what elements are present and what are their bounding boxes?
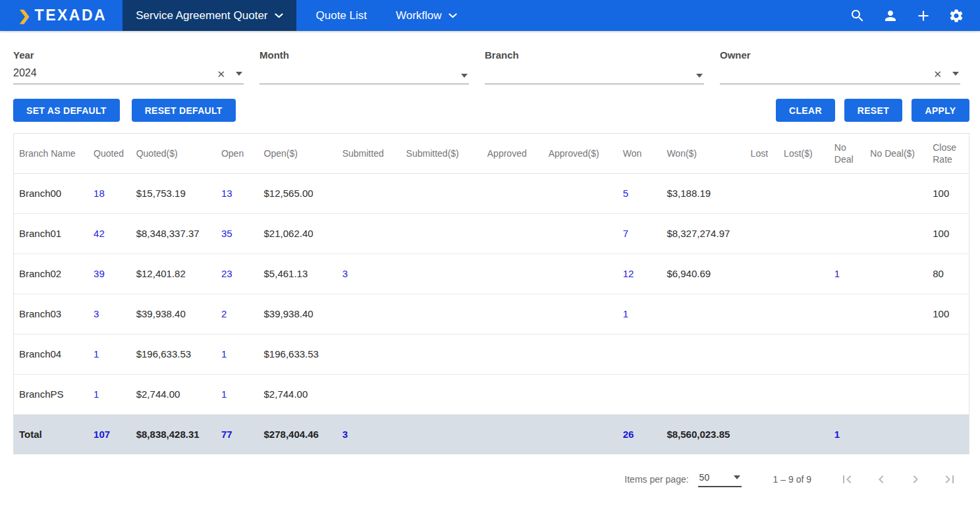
cell-lost (746, 254, 778, 294)
column-header-submitted: Submitted (337, 134, 401, 173)
cell-submitted (337, 173, 401, 213)
cell-approved (482, 294, 543, 334)
filter-owner-select[interactable]: ✕ (720, 61, 960, 84)
chevron-down-icon[interactable] (236, 72, 242, 76)
items-per-page-select[interactable]: 50 (698, 472, 742, 487)
cell-submitted[interactable]: 3 (337, 414, 401, 454)
column-header-no_deal: No Deal (829, 134, 865, 173)
cell-submitted_amt (401, 294, 482, 334)
filter-owner-label: Owner (720, 49, 960, 61)
clear-filter-icon[interactable]: ✕ (933, 69, 942, 79)
cell-approved (482, 173, 543, 213)
table-total-row: Total107$8,838,428.3177$278,404.46326$8,… (14, 414, 969, 454)
cell-open[interactable]: 1 (216, 374, 259, 414)
person-icon[interactable] (877, 3, 904, 29)
cell-won_amt (661, 294, 745, 334)
cell-no_deal (829, 173, 865, 213)
chevron-down-icon[interactable] (461, 74, 468, 78)
cell-no_deal (829, 294, 865, 334)
column-header-open: Open (216, 134, 259, 173)
cell-open_amt: $2,744.00 (259, 374, 337, 414)
nav-item-workflow[interactable]: Workflow (381, 0, 472, 31)
chevron-down-icon (275, 13, 283, 18)
cell-approved (482, 213, 543, 254)
nav-item-service-agreement-quoter[interactable]: Service Agreement Quoter (122, 0, 296, 31)
chevron-down-icon (734, 475, 740, 479)
filter-branch-select[interactable] (485, 61, 704, 84)
cell-quoted[interactable]: 39 (88, 254, 131, 294)
cell-won[interactable]: 26 (618, 414, 662, 454)
cell-quoted[interactable]: 1 (88, 374, 131, 414)
cell-quoted_amt: $15,753.19 (131, 173, 216, 213)
cell-open[interactable]: 2 (216, 294, 259, 334)
cell-won_amt (661, 334, 745, 374)
column-header-approved_amt: Approved($) (543, 134, 618, 173)
cell-won[interactable]: 5 (618, 173, 662, 213)
clear-filter-icon[interactable]: ✕ (217, 69, 225, 79)
cell-approved_amt (543, 254, 618, 294)
cell-open[interactable]: 13 (216, 173, 259, 213)
cell-won[interactable]: 7 (618, 213, 662, 254)
cell-won[interactable]: 1 (618, 294, 662, 334)
cell-open[interactable]: 23 (216, 254, 259, 294)
gear-icon[interactable] (943, 3, 969, 29)
previous-page-icon[interactable] (872, 470, 890, 489)
plus-icon[interactable] (910, 3, 937, 29)
set-as-default-button[interactable]: SET AS DEFAULT (13, 99, 120, 122)
cell-open[interactable]: 77 (216, 414, 259, 454)
last-page-icon[interactable] (940, 470, 959, 489)
filter-year-select[interactable]: 2024 ✕ (13, 61, 244, 84)
cell-quoted[interactable]: 107 (88, 414, 131, 454)
cell-lost_amt (778, 414, 829, 454)
cell-quoted[interactable]: 1 (88, 334, 131, 374)
cell-approved_amt (543, 374, 618, 414)
column-header-lost: Lost (746, 134, 778, 173)
action-button-row: SET AS DEFAULT RESET DEFAULT CLEAR RESET… (0, 84, 980, 122)
texada-logo[interactable]: ❯ TEXADA (0, 0, 122, 31)
cell-no_deal[interactable]: 1 (829, 414, 865, 454)
clear-button[interactable]: CLEAR (776, 99, 835, 122)
first-page-icon[interactable] (838, 470, 856, 489)
reset-default-button[interactable]: RESET DEFAULT (132, 99, 236, 122)
cell-quoted[interactable]: 42 (88, 213, 131, 254)
chevron-down-icon[interactable] (952, 72, 959, 76)
cell-approved_amt (543, 334, 618, 374)
apply-button[interactable]: APPLY (912, 99, 969, 122)
service-agreement-quoter-page: ❯ TEXADA Service Agreement Quoter Quote … (0, 0, 980, 507)
cell-lost_amt (778, 173, 829, 213)
nav-item-quote-list[interactable]: Quote List (302, 0, 382, 31)
column-header-branch: Branch Name (14, 134, 88, 173)
next-page-icon[interactable] (906, 470, 925, 489)
cell-open[interactable]: 35 (216, 213, 259, 254)
cell-lost (746, 173, 778, 213)
items-per-page-label: Items per page: (624, 474, 688, 485)
cell-quoted[interactable]: 3 (88, 294, 131, 334)
cell-quoted[interactable]: 18 (88, 173, 131, 213)
cell-open_amt: $21,062.40 (259, 213, 337, 254)
cell-won (618, 374, 662, 414)
results-table: Branch NameQuotedQuoted($)OpenOpen($)Sub… (13, 133, 969, 454)
cell-won[interactable]: 12 (618, 254, 662, 294)
table-row: Branch0142$8,348,337.3735$21,062.407$8,3… (14, 213, 969, 254)
top-nav-bar: ❯ TEXADA Service Agreement Quoter Quote … (0, 0, 980, 31)
cell-submitted (337, 334, 401, 374)
cell-close_rate (927, 414, 969, 454)
filter-month: Month (259, 49, 469, 84)
cell-quoted_amt: $196,633.53 (131, 334, 216, 374)
cell-close_rate: 80 (927, 254, 969, 294)
cell-submitted[interactable]: 3 (337, 254, 401, 294)
cell-no_deal (829, 334, 865, 374)
cell-no_deal[interactable]: 1 (829, 254, 865, 294)
cell-no_deal_amt (865, 213, 927, 254)
chevron-down-icon[interactable] (696, 74, 703, 78)
filter-branch: Branch (485, 49, 704, 84)
search-icon[interactable] (844, 3, 871, 29)
cell-approved_amt (543, 414, 618, 454)
filter-month-select[interactable] (259, 61, 469, 84)
column-header-close_rate: Close Rate (927, 134, 969, 173)
cell-open[interactable]: 1 (216, 334, 259, 374)
cell-open_amt: $5,461.13 (259, 254, 337, 294)
column-header-quoted: Quoted (88, 134, 131, 173)
cell-submitted_amt (401, 414, 482, 454)
reset-button[interactable]: RESET (844, 99, 902, 122)
